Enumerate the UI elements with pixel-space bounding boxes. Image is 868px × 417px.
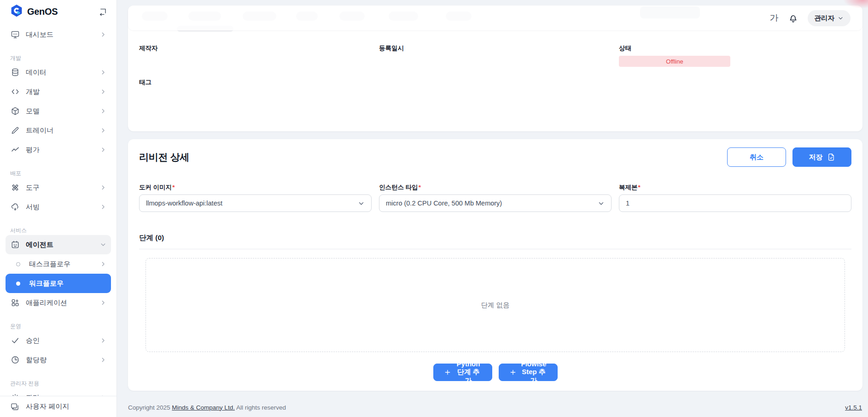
steps-divider — [139, 249, 851, 249]
main-area: 제작자 등록일시 상태 Offline 태그 가 — [117, 0, 868, 417]
status-label: 상태 — [619, 44, 851, 53]
sidebar: GenOS 대시보드 개발 — [0, 0, 117, 417]
docker-image-field: 도커 이미지* llmops-workflow-api:latest — [139, 183, 372, 212]
page: GenOS 대시보드 개발 — [0, 0, 868, 417]
sidebar-item-label: 트레이너 — [26, 126, 53, 135]
overview-field-status: 상태 Offline — [619, 44, 851, 67]
cancel-button[interactable]: 취소 — [727, 147, 786, 167]
font-size-toggle[interactable]: 가 — [770, 12, 779, 24]
instance-type-field: 인스턴스 타입* micro (0.2 CPU Core, 500 Mb Mem… — [379, 183, 612, 212]
chevron-right-icon — [100, 69, 106, 76]
field-label-text: 복제본 — [619, 184, 638, 191]
sidebar-item-label: 데이터 — [26, 68, 47, 77]
overview-field-registered: 등록일시 — [379, 44, 612, 67]
user-menu[interactable]: 관리자 — [808, 10, 851, 26]
dashboard-icon — [10, 30, 20, 40]
cube-icon — [10, 106, 20, 116]
instance-type-label: 인스턴스 타입* — [379, 183, 612, 192]
sidebar-item-label: 사용자 페이지 — [26, 402, 69, 411]
clock-quota-icon — [10, 355, 20, 365]
replicas-input-wrap — [619, 194, 851, 212]
circle-filled-icon — [13, 279, 23, 288]
chevron-down-icon — [838, 15, 844, 21]
footer: Copyright 2025 Minds & Company Ltd. All … — [128, 398, 862, 417]
sidebar-item-serving[interactable]: 서빙 — [6, 197, 111, 217]
sidebar-item-dashboard[interactable]: 대시보드 — [6, 25, 111, 44]
chevron-right-icon — [100, 127, 106, 134]
copyright: Copyright 2025 Minds & Company Ltd. All … — [128, 404, 286, 411]
creator-label: 제작자 — [139, 44, 372, 53]
sidebar-item-agent[interactable]: 에이전트 — [6, 235, 111, 254]
required-asterisk: * — [419, 184, 421, 191]
notification-bell-icon[interactable] — [788, 13, 798, 23]
chevron-right-icon — [100, 184, 106, 191]
sidebar-item-approval[interactable]: 승인 — [6, 331, 111, 350]
required-asterisk: * — [172, 184, 175, 191]
sidebar-item-data[interactable]: 데이터 — [6, 63, 111, 82]
chevron-down-icon — [598, 200, 605, 207]
sidebar-item-taskflow[interactable]: 태스크플로우 — [6, 254, 111, 274]
user-page-icon — [10, 402, 20, 411]
genos-logo-icon — [10, 4, 23, 19]
overview-fields: 제작자 등록일시 상태 Offline — [128, 44, 862, 67]
code-icon — [10, 87, 20, 97]
docker-image-select[interactable]: llmops-workflow-api:latest — [139, 194, 372, 212]
circle-outline-icon — [13, 259, 23, 269]
sidebar-item-trainer[interactable]: 트레이너 — [6, 121, 111, 140]
revision-card: 리비전 상세 취소 저장 — [128, 139, 862, 391]
chevron-right-icon — [100, 147, 106, 153]
trend-chart-icon — [10, 145, 20, 155]
copyright-suffix: All rights reserved — [236, 404, 286, 411]
sidebar-item-label: 에이전트 — [26, 241, 53, 249]
app-grid-plus-icon — [10, 298, 20, 308]
save-button[interactable]: 저장 — [792, 147, 851, 167]
version-link[interactable]: v1.5.1 — [845, 404, 862, 411]
sidebar-collapse-icon[interactable] — [99, 7, 107, 16]
revision-form: 도커 이미지* llmops-workflow-api:latest 인스턴스 … — [139, 183, 851, 212]
plus-icon — [509, 369, 517, 376]
add-python-step-button[interactable]: Python 단계 추가 — [433, 364, 492, 381]
field-label-text: 인스턴스 타입 — [379, 184, 418, 191]
sidebar-item-develop[interactable]: 개발 — [6, 82, 111, 101]
database-icon — [10, 68, 20, 77]
chevron-down-icon — [358, 200, 365, 207]
sidebar-section-dev: 개발 — [10, 51, 106, 62]
user-menu-label: 관리자 — [815, 14, 835, 23]
sidebar-item-user-page[interactable]: 사용자 페이지 — [0, 396, 117, 417]
revision-title-row: 리비전 상세 취소 저장 — [139, 147, 851, 167]
chevron-right-icon — [100, 261, 106, 267]
sidebar-item-admin[interactable]: 관리 — [6, 388, 111, 396]
sidebar-item-label: 워크플로우 — [29, 279, 64, 288]
chevron-down-icon — [100, 241, 106, 248]
instance-type-value: micro (0.2 CPU Core, 500 Mb Memory) — [386, 200, 502, 207]
sidebar-item-tools[interactable]: 도구 — [6, 178, 111, 197]
agent-icon — [10, 240, 20, 250]
copyright-prefix: Copyright 2025 — [128, 404, 170, 411]
sidebar-section-service: 서비스 — [10, 223, 106, 235]
overview-field-creator: 제작자 — [139, 44, 372, 67]
docker-image-label: 도커 이미지* — [139, 183, 372, 192]
add-python-step-label: Python 단계 추가 — [455, 360, 482, 385]
sidebar-item-quota[interactable]: 할당량 — [6, 350, 111, 370]
top-header: 가 관리자 — [128, 6, 862, 30]
sidebar-item-application[interactable]: 애플리케이션 — [6, 293, 111, 312]
sidebar-item-workflow[interactable]: 워크플로우 — [6, 274, 111, 293]
instance-type-select[interactable]: micro (0.2 CPU Core, 500 Mb Memory) — [379, 194, 612, 212]
pencil-icon — [10, 126, 20, 135]
save-button-label: 저장 — [809, 153, 823, 162]
docker-image-value: llmops-workflow-api:latest — [146, 200, 222, 207]
check-icon — [10, 336, 20, 346]
add-flowise-step-button[interactable]: Flowise Step 추가 — [499, 364, 558, 381]
app-logo[interactable]: GenOS — [10, 4, 58, 19]
company-link[interactable]: Minds & Company Ltd. — [172, 404, 235, 411]
sidebar-item-label: 개발 — [26, 88, 40, 96]
chevron-right-icon — [100, 31, 106, 38]
replicas-label: 복제본* — [619, 183, 851, 192]
replicas-input[interactable] — [626, 200, 845, 207]
tools-icon — [10, 183, 20, 193]
steps-empty-dropzone[interactable]: 단계 없음 — [146, 258, 845, 352]
sidebar-item-model[interactable]: 모델 — [6, 101, 111, 121]
cancel-button-label: 취소 — [750, 153, 763, 162]
sidebar-item-evaluation[interactable]: 평가 — [6, 140, 111, 159]
plus-icon — [444, 369, 451, 376]
